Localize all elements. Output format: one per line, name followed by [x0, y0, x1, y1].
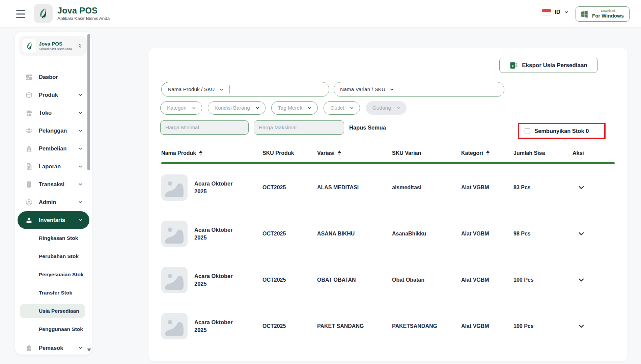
language-selector[interactable]: ID	[542, 9, 569, 16]
table-column-header[interactable]: Kategori	[461, 150, 513, 156]
product-sku: OCT2025	[262, 185, 317, 191]
sidebar-item-icon	[25, 109, 33, 117]
sidebar-item[interactable]: Pelanggan	[15, 122, 92, 140]
row-expand-chevron-icon[interactable]	[573, 230, 615, 238]
sidebar-scrollbar-down-arrow[interactable]	[87, 348, 91, 352]
sidebar-logo-card: Jova POS Aplikasi Kasir Bisnis Anda	[19, 36, 87, 56]
filter-dropdown[interactable]: Kategori	[160, 101, 202, 115]
product-search-combo: Nama Produk / SKU	[161, 82, 329, 97]
sidebar-item-icon	[25, 181, 33, 188]
chevron-down-icon	[78, 218, 83, 223]
sidebar-subitem[interactable]: Penggunaan Stok	[15, 320, 92, 338]
sidebar-subitem[interactable]: Usia Persediaan	[15, 302, 92, 320]
table-body: Acara Oktober 2025 OCT2025 ALAS MEDITASI…	[161, 164, 615, 349]
sidebar-collapse-icon[interactable]	[77, 43, 83, 49]
table-column-header[interactable]: Aksi	[573, 150, 615, 156]
excel-icon	[510, 61, 518, 69]
price-max-input[interactable]	[254, 120, 344, 135]
chevron-down-icon	[350, 106, 354, 110]
sidebar-item[interactable]: Toko	[15, 104, 92, 122]
table-row: Acara Oktober 2025 OCT2025 ALAS MEDITASI…	[161, 164, 615, 211]
brand-name: Jova POS	[57, 6, 110, 15]
variant-name: PAKET SANDANG	[317, 323, 392, 329]
sidebar-item-label: Transaksi	[39, 181, 64, 188]
table-column-label: SKU Varian	[392, 150, 421, 156]
download-for-windows-button[interactable]: Download For Windows	[576, 6, 630, 22]
sidebar-item-label: Dasbor	[39, 74, 58, 80]
chevron-down-icon	[78, 182, 83, 187]
hide-zero-stock-label: Sembunyikan Stok 0	[534, 128, 589, 134]
product-search-input[interactable]	[230, 82, 329, 96]
table-column-header[interactable]: SKU Varian	[392, 150, 461, 156]
sidebar-item[interactable]: Transaksi	[15, 175, 92, 193]
sidebar-subitem[interactable]: Penyesuaian Stok	[15, 265, 92, 284]
filter-dropdown[interactable]: Tag Merek	[271, 101, 318, 115]
chevron-down-icon[interactable]	[219, 87, 224, 92]
main-content-card: Ekspor Usia Persediaan Nama Produk / SKU…	[148, 48, 628, 361]
row-expand-chevron-icon[interactable]	[573, 276, 615, 284]
price-min-input[interactable]	[160, 120, 249, 135]
sidebar-item[interactable]: Laporan	[15, 158, 92, 175]
sort-arrows-icon[interactable]	[486, 150, 490, 156]
product-cell: Acara Oktober 2025	[161, 267, 262, 293]
brand-name: Jova POS	[39, 41, 72, 47]
export-stock-age-button[interactable]: Ekspor Usia Persediaan	[499, 58, 598, 73]
category: Alat VGBM	[461, 323, 513, 329]
product-name: Acara Oktober 2025	[194, 226, 238, 241]
sort-arrows-icon[interactable]	[338, 150, 341, 156]
indonesia-flag-icon	[542, 9, 551, 16]
product-name: Acara Oktober 2025	[194, 318, 238, 334]
filter-dropdown[interactable]: Outlet	[324, 101, 360, 115]
hide-zero-stock-checkbox[interactable]	[525, 128, 530, 134]
category: Alat VGBM	[461, 231, 513, 237]
table-row: Acara Oktober 2025 OCT2025 ASANA BIKHU A…	[161, 211, 615, 257]
sidebar-item-label: Pembelian	[39, 145, 67, 152]
variant-search-input[interactable]	[400, 82, 504, 96]
sidebar-subitem-label: Penyesuaian Stok	[39, 272, 84, 278]
supplier-icon	[25, 344, 33, 352]
sidebar-item-label: Produk	[39, 92, 58, 98]
clear-all-filters-button[interactable]: Hapus Semua	[349, 120, 386, 135]
product-image-placeholder-icon	[161, 313, 188, 339]
table-column-header[interactable]: Nama Produk	[161, 150, 262, 156]
sidebar-item-icon	[25, 163, 33, 170]
sidebar-subitem[interactable]: Perubahan Stok	[15, 247, 92, 265]
table-column-header[interactable]: Jumlah Sisa	[513, 150, 573, 156]
product-sku: OCT2025	[262, 231, 317, 237]
product-cell: Acara Oktober 2025	[161, 221, 262, 247]
row-expand-chevron-icon[interactable]	[573, 322, 615, 330]
product-sku: OCT2025	[262, 277, 317, 283]
sidebar-item[interactable]: Admin	[15, 193, 92, 211]
table-column-header[interactable]: Variasi	[317, 150, 392, 156]
sort-arrows-icon[interactable]	[199, 150, 202, 156]
row-expand-chevron-icon[interactable]	[573, 184, 615, 192]
chevron-down-icon	[78, 128, 83, 133]
sidebar-item[interactable]: Dasbor	[15, 68, 92, 86]
table-column-label: Jumlah Sisa	[513, 150, 545, 156]
sidebar-item-pemasok[interactable]: Pemasok	[15, 338, 92, 357]
product-name: Acara Oktober 2025	[194, 272, 238, 287]
app-logo: Jova POS Aplikasi Kasir Bisnis Anda	[34, 4, 110, 23]
hamburger-menu-icon[interactable]	[16, 10, 25, 18]
chevron-down-icon[interactable]	[389, 87, 394, 92]
sidebar: Jova POS Aplikasi Kasir Bisnis Anda Dasb…	[15, 32, 92, 355]
sidebar-subitem[interactable]: Ringkasan Stok	[15, 229, 92, 247]
sidebar-item[interactable]: Inventaris	[18, 211, 89, 229]
table-row: Acara Oktober 2025 OCT2025 OBAT OBATAN O…	[161, 257, 615, 303]
sidebar-subitem[interactable]: Transfer Stok	[15, 284, 92, 302]
table-column-label: Nama Produk	[161, 150, 196, 156]
table-column-header[interactable]: SKU Produk	[262, 150, 317, 156]
sidebar-scrollbar-thumb[interactable]	[87, 34, 90, 170]
category: Alat VGBM	[461, 185, 513, 191]
filter-dropdown[interactable]: Kondisi Barang	[208, 101, 266, 115]
sidebar-item-icon	[25, 145, 33, 152]
sidebar-item-icon	[25, 74, 33, 81]
remaining-quantity: 100 Pcs	[513, 323, 573, 329]
product-name: Acara Oktober 2025	[194, 180, 238, 195]
filter-dropdown-label: Tag Merek	[278, 105, 302, 111]
chevron-down-icon	[396, 106, 401, 110]
filter-dropdown[interactable]: Gudang	[366, 101, 407, 115]
sidebar-item[interactable]: Pembelian	[15, 140, 92, 158]
sidebar-item[interactable]: Produk	[15, 86, 92, 104]
chevron-down-icon	[255, 106, 260, 110]
